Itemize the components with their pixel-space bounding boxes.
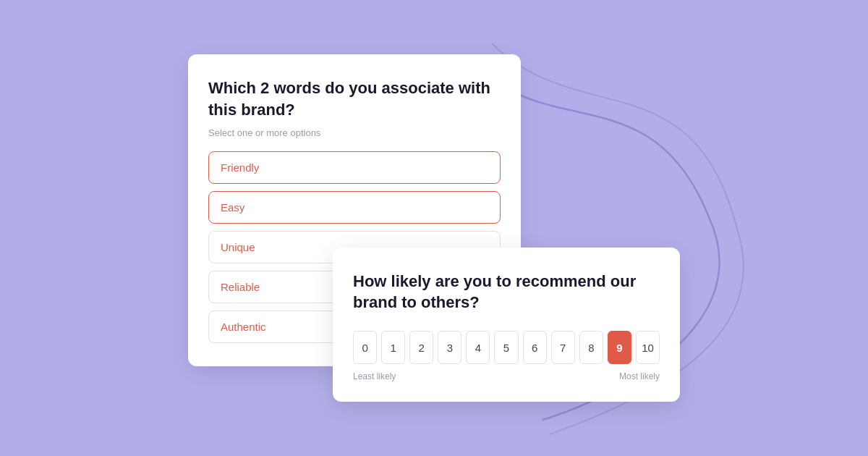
nps-card: How likely are you to recommend our bran… bbox=[333, 248, 680, 402]
option-friendly[interactable]: Friendly bbox=[208, 151, 501, 184]
nps-btn-10[interactable]: 10 bbox=[636, 331, 660, 364]
nps-btn-3[interactable]: 3 bbox=[438, 331, 461, 364]
nps-btn-9[interactable]: 9 bbox=[608, 331, 631, 364]
nps-btn-7[interactable]: 7 bbox=[551, 331, 575, 364]
nps-scale: 0 1 2 3 4 5 6 7 8 9 10 bbox=[353, 331, 660, 364]
option-easy[interactable]: Easy bbox=[208, 191, 501, 224]
nps-label-right: Most likely bbox=[619, 371, 660, 381]
nps-labels: Least likely Most likely bbox=[353, 371, 660, 381]
nps-btn-4[interactable]: 4 bbox=[466, 331, 490, 364]
nps-btn-8[interactable]: 8 bbox=[579, 331, 603, 364]
nps-btn-5[interactable]: 5 bbox=[494, 331, 518, 364]
nps-btn-0[interactable]: 0 bbox=[353, 331, 377, 364]
nps-btn-6[interactable]: 6 bbox=[523, 331, 547, 364]
cards-container: Which 2 words do you associate with this… bbox=[188, 54, 680, 402]
word-card-subtitle: Select one or more options bbox=[208, 127, 501, 138]
nps-card-title: How likely are you to recommend our bran… bbox=[353, 271, 660, 313]
nps-btn-1[interactable]: 1 bbox=[381, 331, 405, 364]
word-card-title: Which 2 words do you associate with this… bbox=[208, 77, 501, 120]
nps-btn-2[interactable]: 2 bbox=[409, 331, 433, 364]
nps-label-left: Least likely bbox=[353, 371, 396, 381]
